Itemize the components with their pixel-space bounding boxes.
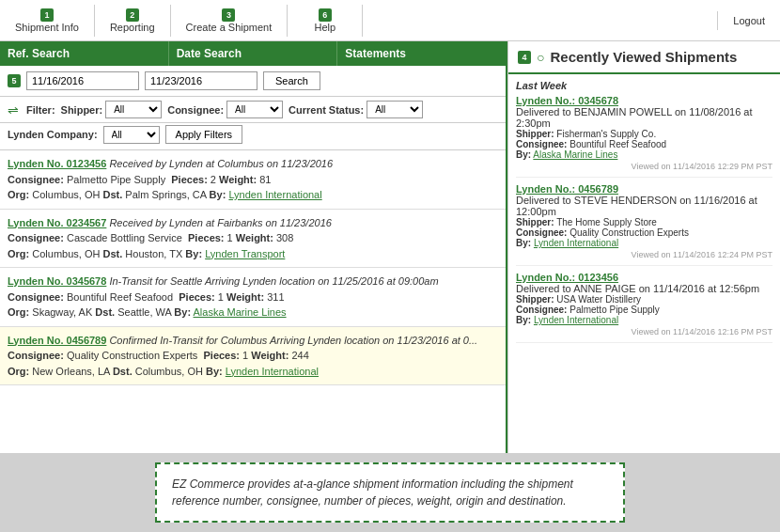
- circle-icon: ○: [537, 50, 544, 65]
- nav-badge-6: 6: [319, 8, 332, 22]
- apply-filters-button[interactable]: Apply Filters: [165, 125, 243, 144]
- recent-consignee-1: Consignee: Quality Construction Experts: [516, 227, 772, 238]
- shipment-status-3: Confirmed In-Transit for Columbus Arrivi…: [106, 335, 477, 346]
- right-badge-4: 4: [518, 51, 531, 64]
- shipment-status-2: In-Transit for Seattle Arriving Lynden l…: [106, 275, 438, 287]
- consignee-select[interactable]: All: [226, 101, 283, 118]
- shipment-route-3: Org: New Orleans, LA Dst. Columbus, OH B…: [8, 364, 498, 380]
- filter-icon: ⇌: [8, 102, 19, 117]
- status-label: Current Status:: [289, 104, 364, 116]
- right-panel-title: Recently Viewed Shipments: [550, 49, 737, 65]
- shipment-by-3[interactable]: Lynden International: [226, 366, 319, 377]
- shipment-ref-link-1[interactable]: Lynden No. 0234567: [8, 217, 106, 228]
- col-date-search: Date Search: [169, 41, 338, 66]
- app-container: 1 Shipment Info 2 Reporting 3 Create a S…: [0, 0, 780, 532]
- recent-by-2[interactable]: Lynden International: [534, 315, 618, 325]
- nav-help[interactable]: 6 Help: [288, 5, 363, 37]
- status-select[interactable]: All: [367, 101, 423, 118]
- shipment-status-1: Received by Lynden at Fairbanks on 11/23…: [106, 217, 332, 228]
- recent-ref-0[interactable]: Lynden No.: 0345678: [516, 95, 618, 106]
- recent-item-1: Lynden No.: 0456789 Delivered to STEVE H…: [516, 183, 772, 266]
- nav-create-shipment[interactable]: 3 Create a Shipment: [171, 5, 289, 37]
- logout-button[interactable]: Logout: [717, 11, 780, 30]
- main-content: Ref. Search Date Search Statements 5 Sea…: [0, 41, 780, 453]
- nav-label-1: Shipment Info: [15, 22, 79, 33]
- recent-shipper-2: Shipper: USA Water Distillery: [516, 294, 772, 305]
- shipment-consignee-1: Consignee: Cascade Bottling Service Piec…: [8, 230, 498, 246]
- col-statements: Statements: [337, 41, 506, 66]
- shipment-item-0: Lynden No. 0123456 Received by Lynden at…: [0, 150, 506, 210]
- date-from-input[interactable]: [26, 71, 139, 90]
- nav-reporting[interactable]: 2 Reporting: [95, 5, 171, 37]
- shipment-by-1[interactable]: Lynden Transport: [205, 248, 285, 259]
- shipment-status-0: Received by Lynden at Columbus on 11/23/…: [106, 158, 333, 169]
- recent-viewed-1: Viewed on 11/14/2016 12:24 PM PST: [516, 250, 772, 259]
- filter-label: Filter:: [26, 104, 55, 116]
- right-panel-header: 4 ○ Recently Viewed Shipments: [508, 41, 780, 74]
- shipment-ref-1: Lynden No. 0234567 Received by Lynden at…: [8, 215, 498, 231]
- recent-item-0: Lynden No.: 0345678 Delivered to BENJAMI…: [516, 95, 772, 178]
- consignee-label: Consignee:: [167, 104, 224, 116]
- left-panel: Ref. Search Date Search Statements 5 Sea…: [0, 41, 507, 453]
- search-button[interactable]: Search: [263, 71, 320, 90]
- week-label: Last Week: [516, 80, 772, 91]
- shipment-by-2[interactable]: Alaska Marine Lines: [194, 306, 287, 318]
- shipment-ref-0: Lynden No. 0123456 Received by Lynden at…: [8, 156, 498, 172]
- shipment-ref-link-3[interactable]: Lynden No. 0456789: [8, 335, 106, 346]
- nav-badge-2: 2: [126, 8, 139, 22]
- shipment-ref-link-0[interactable]: Lynden No. 0123456: [8, 158, 106, 169]
- recent-by-row-0: By: Alaska Marine Lines: [516, 149, 772, 160]
- shipment-consignee-3: Consignee: Quality Construction Experts …: [8, 348, 498, 364]
- shipper-select[interactable]: All: [105, 101, 162, 118]
- filter-row-1: ⇌ Filter: Shipper: All Consignee: All Cu…: [0, 97, 506, 123]
- recent-shipper-1: Shipper: The Home Supply Store: [516, 217, 772, 227]
- tooltip-box: EZ Commerce provides at-a-glance shipmen…: [155, 462, 625, 523]
- recent-by-row-1: By: Lynden International: [516, 238, 772, 248]
- shipment-route-2: Org: Skagway, AK Dst. Seattle, WA By: Al…: [8, 305, 498, 321]
- recent-consignee-2: Consignee: Palmetto Pipe Supply: [516, 305, 772, 315]
- status-filter-group: Current Status: All: [289, 101, 423, 118]
- nav-label-6: Help: [314, 22, 335, 33]
- date-search-row: 5 Search: [0, 66, 506, 97]
- recent-by-row-2: By: Lynden International: [516, 315, 772, 325]
- recent-by-0[interactable]: Alaska Marine Lines: [533, 149, 617, 160]
- shipment-route-0: Org: Columbus, OH Dst. Palm Springs, CA …: [8, 187, 498, 203]
- recent-viewed-2: Viewed on 11/14/2016 12:16 PM PST: [516, 327, 772, 336]
- shipment-route-1: Org: Columbus, OH Dst. Houston, TX By: L…: [8, 246, 498, 262]
- shipment-item-3: Lynden No. 0456789 Confirmed In-Transit …: [0, 327, 506, 386]
- shipment-ref-2: Lynden No. 0345678 In-Transit for Seattl…: [8, 274, 498, 289]
- shipper-filter-group: Shipper: All: [61, 101, 163, 118]
- recent-consignee-0: Consignee: Bountiful Reef Seafood: [516, 139, 772, 149]
- shipment-by-0[interactable]: Lynden International: [228, 189, 321, 200]
- recent-by-1[interactable]: Lynden International: [534, 238, 618, 248]
- col-ref-search: Ref. Search: [0, 41, 169, 66]
- shipment-list: Lynden No. 0123456 Received by Lynden at…: [0, 150, 506, 453]
- shipment-item-1: Lynden No. 0234567 Received by Lynden at…: [0, 210, 506, 269]
- tooltip-area: EZ Commerce provides at-a-glance shipmen…: [0, 453, 780, 532]
- consignee-filter-group: Consignee: All: [167, 101, 283, 118]
- lynden-company-label: Lynden Company:: [8, 129, 98, 140]
- lynden-company-select[interactable]: All: [103, 126, 160, 144]
- search-section-header: Ref. Search Date Search Statements: [0, 41, 506, 66]
- shipment-ref-link-2[interactable]: Lynden No. 0345678: [8, 275, 106, 287]
- shipment-consignee-2: Consignee: Bountiful Reef Seafood Pieces…: [8, 289, 498, 305]
- nav-badge-3: 3: [222, 8, 235, 22]
- shipper-label: Shipper:: [61, 104, 103, 116]
- nav-badge-1: 1: [40, 8, 54, 22]
- recent-ref-2[interactable]: Lynden No.: 0123456: [516, 272, 618, 283]
- recent-delivered-1: Delivered to STEVE HENDERSON on 11/16/20…: [516, 195, 772, 217]
- recent-viewed-0: Viewed on 11/14/2016 12:29 PM PST: [516, 162, 772, 171]
- right-panel-content: Last Week Lynden No.: 0345678 Delivered …: [508, 74, 780, 453]
- filter-row-2: Lynden Company: All Apply Filters: [0, 123, 506, 150]
- nav-label-3: Create a Shipment: [186, 22, 273, 33]
- date-badge-5: 5: [8, 74, 21, 87]
- tooltip-text: EZ Commerce provides at-a-glance shipmen…: [172, 477, 573, 508]
- nav-shipment-info[interactable]: 1 Shipment Info: [0, 5, 95, 37]
- shipment-item-2: Lynden No. 0345678 In-Transit for Seattl…: [0, 268, 506, 327]
- recent-item-2: Lynden No.: 0123456 Delivered to ANNE PA…: [516, 272, 772, 343]
- nav-label-2: Reporting: [110, 22, 155, 33]
- right-panel: 4 ○ Recently Viewed Shipments Last Week …: [507, 41, 780, 453]
- date-to-input[interactable]: [145, 71, 257, 90]
- recent-ref-1[interactable]: Lynden No.: 0456789: [516, 183, 618, 195]
- top-nav: 1 Shipment Info 2 Reporting 3 Create a S…: [0, 0, 780, 41]
